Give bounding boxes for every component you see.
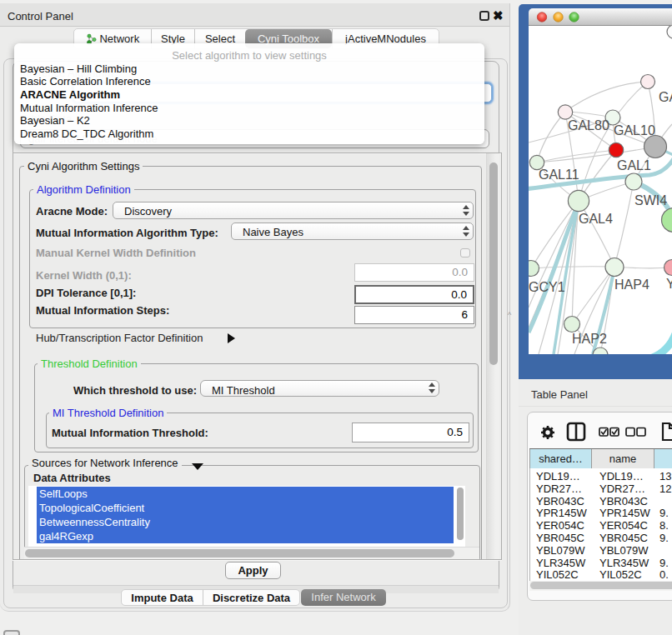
svg-text:HAP2: HAP2	[572, 332, 607, 346]
svg-text:SWI4: SWI4	[634, 193, 667, 208]
svg-text:GAL1: GAL1	[617, 158, 651, 172]
svg-text:GCY1: GCY1	[529, 280, 565, 294]
svg-text:GAL4: GAL4	[579, 212, 613, 226]
svg-text:GAL2: GAL2	[659, 90, 672, 104]
svg-text:HAP4: HAP4	[614, 278, 649, 292]
svg-text:GAL11: GAL11	[539, 168, 579, 182]
svg-text:GAL10: GAL10	[614, 123, 655, 138]
svg-text:GAL80: GAL80	[568, 118, 609, 132]
svg-text:YJL: YJL	[666, 277, 672, 291]
